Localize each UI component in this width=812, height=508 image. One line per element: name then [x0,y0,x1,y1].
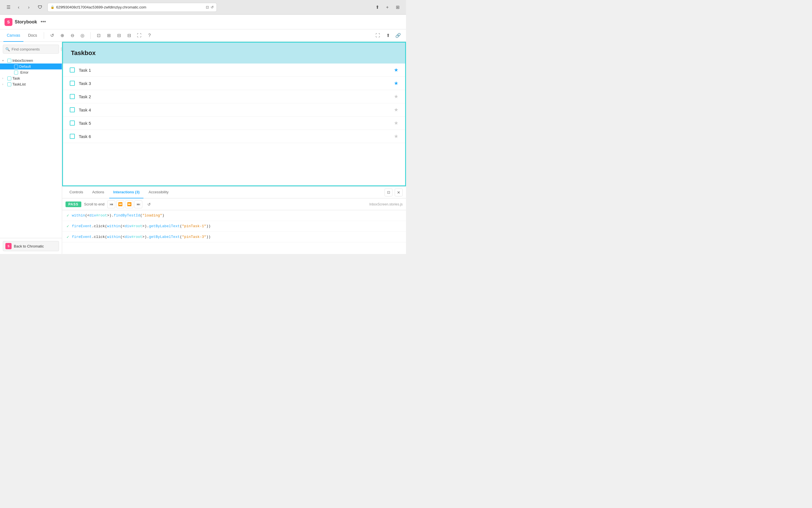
zoom-reset-btn[interactable]: ↺ [47,31,56,40]
tab-interactions[interactable]: Interactions (3) [109,186,144,199]
task-pin-2[interactable]: ★ [394,93,398,100]
tab-docs[interactable]: Docs [25,29,40,42]
tabs-btn[interactable]: ⊞ [394,3,402,11]
zoom-out-btn[interactable]: ⊖ [68,31,77,40]
sidebar-label-inbox-screen: InboxScreen [12,58,33,62]
help-btn[interactable]: ? [145,31,154,40]
tab-canvas[interactable]: Canvas [3,29,24,42]
chromatic-icon: S [5,243,11,249]
panel-close-btn[interactable]: ✕ [395,188,403,197]
new-tab-btn[interactable]: + [383,3,391,11]
taskbox-header: Taskbox [63,43,405,64]
grid-multi-btn[interactable]: ⊞ [104,31,113,40]
tab-controls[interactable]: Controls [66,186,87,199]
task-checkbox-1[interactable] [70,68,75,73]
panel-split-btn[interactable]: ⊡ [384,188,393,197]
sidebar-item-error[interactable]: Error [0,70,62,75]
toolbar-divider-1 [44,32,44,39]
task-checkbox-4[interactable] [70,107,75,112]
zoom-fit-btn[interactable]: ◎ [78,31,87,40]
storybook-toolbar: Canvas Docs ↺ ⊕ ⊖ ◎ ⊡ ⊞ ⊟ ⊟ ⛶ ? ⛶ ⬆ 🔗 [0,29,406,42]
component-icon-inbox-screen [7,59,11,62]
sidebar-toggle-btn[interactable]: ☰ [4,3,12,11]
sidebar-label-error: Error [20,70,29,75]
search-box[interactable]: 🔍 / [3,45,59,54]
ruler-btn[interactable]: ⊟ [124,31,133,40]
task-checkbox-6[interactable] [70,134,75,139]
sidebar-item-task[interactable]: › Task [0,75,62,81]
sidebar-item-inbox-screen[interactable]: ▾ InboxScreen [0,57,62,64]
reader-icon: ⊡ [206,5,209,9]
expand-icon-tasklist: › [2,83,6,86]
main-panel: Taskbox Task 1 ★ Task 3 ★ [62,42,406,254]
expand-btn[interactable]: ⛶ [373,31,382,40]
crop-btn[interactable]: ⊟ [114,31,123,40]
interactions-refresh-btn[interactable]: ↺ [145,200,153,208]
task-pin-6[interactable]: ★ [394,133,398,139]
external-link-btn[interactable]: ⬆ [383,31,393,40]
nav-back-btn[interactable]: ‹ [15,3,23,11]
sidebar-bottom: S Back to Chromatic [0,238,62,254]
fullscreen-canvas-btn[interactable]: ⛶ [135,31,144,40]
grid-single-btn[interactable]: ⊡ [94,31,103,40]
bottom-panel: Controls Actions Interactions (3) Access… [62,186,406,254]
nav-prev-btn[interactable]: ⏪ [116,200,124,208]
task-label-2: Task 2 [79,94,398,99]
toolbar-right: ⛶ ⬆ 🔗 [373,31,403,40]
browser-actions: ⬆ + ⊞ [373,3,402,11]
interaction-code-3: fireEvent.click(within(<div#root>).getBy… [72,235,211,239]
sidebar: 🔍 / ▾ InboxScreen Default [0,42,62,254]
address-bar-actions: ⊡ ↺ [206,5,214,9]
storybook-header: S Storybook ••• [0,15,406,29]
task-label-4: Task 4 [79,108,398,112]
interaction-row-3: ✓ fireEvent.click(within(<div#root>).get… [62,232,406,243]
task-checkbox-2[interactable] [70,94,75,99]
scroll-to-end-label: Scroll to end [84,202,105,206]
component-icon-task [7,77,11,80]
sidebar-label-tasklist: TaskList [12,82,26,86]
task-row-task-3: Task 3 ★ [63,77,405,90]
check-icon-1: ✓ [67,213,69,218]
task-row-task-6: Task 6 ★ [63,130,405,143]
expand-icon-inbox-screen: ▾ [2,59,6,62]
task-row-task-4: Task 4 ★ [63,103,405,117]
task-checkbox-5[interactable] [70,121,75,126]
copy-link-btn[interactable]: 🔗 [394,31,403,40]
sidebar-tree: ▾ InboxScreen Default Error [0,56,62,238]
task-row-task-2: Task 2 ★ [63,90,405,103]
tab-accessibility[interactable]: Accessibility [145,186,172,199]
share-btn[interactable]: ⬆ [373,3,381,11]
address-bar[interactable]: 🔒 629f930408cf17004ac53699-zwfdlmzlyy.ch… [47,3,217,12]
check-icon-3: ✓ [67,235,69,239]
nav-next-btn[interactable]: ⏩ [125,200,133,208]
refresh-icon[interactable]: ↺ [211,5,214,9]
canvas-area: Taskbox Task 1 ★ Task 3 ★ [62,42,406,186]
back-btn-label: Back to Chromatic [14,244,44,248]
nav-forward-btn[interactable]: › [25,3,33,11]
task-row-task-1: Task 1 ★ [63,64,405,77]
lock-icon: 🔒 [50,5,54,9]
task-label-1: Task 1 [79,68,398,73]
browser-controls: ☰ ‹ › [4,3,33,11]
zoom-in-btn[interactable]: ⊕ [57,31,67,40]
task-row-task-5: Task 5 ★ [63,117,405,130]
storybook-logo-text: Storybook [15,19,37,25]
search-input[interactable] [11,47,59,51]
sidebar-item-default[interactable]: Default [0,64,62,70]
interactions-list: ✓ within(<div#root>).findByTestId("loadi… [62,210,406,254]
task-pin-4[interactable]: ★ [394,107,398,113]
task-pin-5[interactable]: ★ [394,120,398,126]
sidebar-item-tasklist[interactable]: › TaskList [0,81,62,87]
task-label-5: Task 5 [79,121,398,126]
task-label-3: Task 3 [79,81,398,86]
toolbar-divider-2 [90,32,91,39]
nav-last-btn[interactable]: ⏭ [134,200,142,208]
nav-first-btn[interactable]: ⏮ [107,200,115,208]
search-icon: 🔍 [5,47,10,51]
back-to-chromatic-btn[interactable]: S Back to Chromatic [3,241,59,251]
task-pin-1[interactable]: ★ [394,67,398,73]
header-more-btn[interactable]: ••• [39,18,47,26]
task-pin-3[interactable]: ★ [394,80,398,86]
task-checkbox-3[interactable] [70,81,75,86]
tab-actions[interactable]: Actions [88,186,108,199]
